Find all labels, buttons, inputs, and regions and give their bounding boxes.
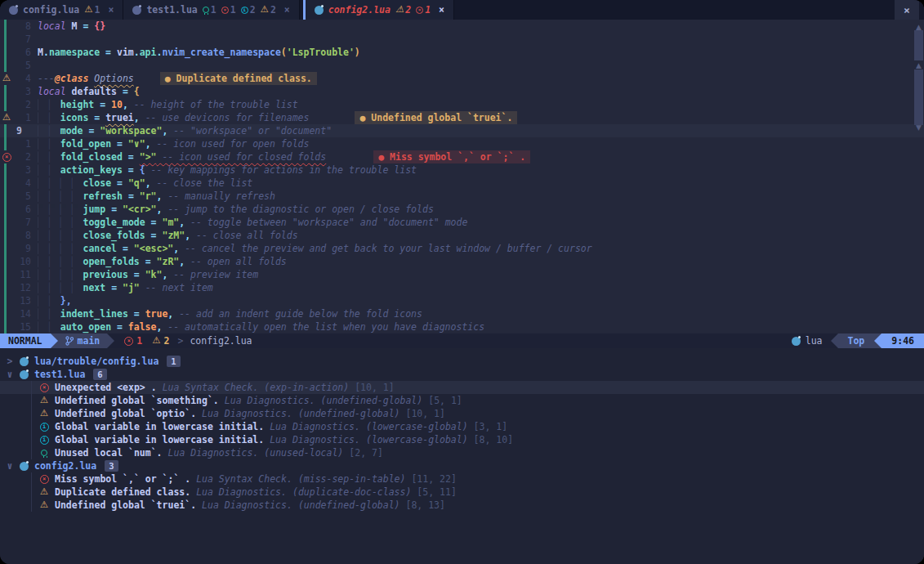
code-text: ▏ ▏ mode = "workspace", -- "workspace" o… <box>33 124 332 137</box>
code-line[interactable]: 9▏ ▏ ▏ ▏ cancel = "<esc>", -- cancel the… <box>0 242 924 255</box>
trouble-diagnostic-row[interactable]: ⚠Undefined global `optio`.Lua Diagnostic… <box>0 407 924 420</box>
code-editor[interactable]: 8local M = {}76M.namespace = vim.api.nvi… <box>0 20 924 333</box>
trouble-diagnostic-row[interactable]: ×Unexpected <exp> .Lua Syntax Check.(exp… <box>0 381 924 394</box>
code-line[interactable]: ×2▏ ▏ fold_closed = ">" -- icon used for… <box>0 150 924 163</box>
trouble-diagnostic-row[interactable]: iGlobal variable in lowercase initial.Lu… <box>0 420 924 433</box>
trouble-diagnostic-row[interactable]: ⚠Undefined global `truei`.Lua Diagnostic… <box>0 499 924 512</box>
chevron-down-icon[interactable]: ∨ <box>0 459 13 472</box>
line-number: 7 <box>13 33 33 46</box>
git-branch-icon <box>65 336 74 346</box>
diagnostic-count-badge: 3 <box>105 460 118 472</box>
indent-guide: ▏ <box>72 230 78 241</box>
mode-indicator: NORMAL <box>0 333 51 348</box>
code-text: ▏ ▏ ▏ ▏ cancel = "<esc>", -- cancel the … <box>33 242 592 255</box>
code-line[interactable]: 3local defaults = { <box>0 85 924 98</box>
trouble-diagnostic-row[interactable]: ×Miss symbol `,` or `;` .Lua Syntax Chec… <box>0 472 924 486</box>
tab-diagnostic-count: ⚠1 <box>84 4 100 16</box>
indent-guide <box>31 446 32 459</box>
indent-guide: ▏ <box>49 190 55 202</box>
trouble-file-row[interactable]: ∨config2.lua3 <box>0 459 924 472</box>
indent-guide: ▏ <box>38 217 43 228</box>
diagnostic-message: Global variable in lowercase initial. <box>55 420 264 433</box>
code-line[interactable]: 11▏ ▏ ▏ ▏ previous = "k", -- preview ite… <box>0 268 924 281</box>
code-line[interactable]: ⚠1▏ ▏ icons = truei, -- use devicons for… <box>0 111 924 124</box>
error-icon: × <box>221 7 229 14</box>
indent-guide: ▏ <box>38 177 43 189</box>
indent-guide: ▏ <box>38 308 43 320</box>
scrollbar-mark-down-icon: ▼ <box>914 123 923 132</box>
sign-column <box>0 281 13 294</box>
diagnostic-position: [2, 7] <box>349 446 383 459</box>
indent-guide: ▏ <box>72 243 78 254</box>
diagnostic-message: Unused local `num`. <box>55 446 163 459</box>
code-line[interactable]: 9▏ ▏ mode = "workspace", -- "workspace" … <box>0 124 924 137</box>
sign-column <box>0 137 13 150</box>
code-line[interactable]: 4▏ ▏ ▏ ▏ close = "q", -- close the list <box>0 177 924 190</box>
diagnostic-source: Lua Diagnostics. <box>196 486 287 499</box>
error-icon: × <box>416 7 423 14</box>
count: 1 <box>425 4 431 16</box>
line-number: 5 <box>13 59 33 72</box>
warning-icon: ⚠ <box>152 336 160 346</box>
code-line[interactable]: 5 <box>0 59 924 72</box>
code-line[interactable]: 7 <box>0 33 924 46</box>
code-line[interactable]: 10▏ ▏ ▏ ▏ open_folds = "zR", -- open all… <box>0 255 924 268</box>
sign-column <box>0 216 13 229</box>
code-line[interactable]: 1▏ ▏ fold_open = "∨", -- icon used for o… <box>0 137 924 150</box>
indent-guide: ▏ <box>49 138 55 150</box>
indent-guide <box>31 420 32 433</box>
lua-file-icon <box>9 6 18 15</box>
scroll-position: Top <box>838 333 875 348</box>
indent-guide: ▏ <box>72 204 78 215</box>
code-line[interactable]: 6M.namespace = vim.api.nvim_create_names… <box>0 46 924 59</box>
diagnostic-source: Lua Syntax Check. <box>196 472 292 486</box>
diagnostic-count-badge: 6 <box>93 369 106 380</box>
trouble-diagnostic-row[interactable]: iGlobal variable in lowercase initial.Lu… <box>0 433 924 446</box>
code-line[interactable]: 6▏ ▏ ▏ ▏ jump = "<cr>", -- jump to the d… <box>0 203 924 216</box>
trouble-diagnostic-row[interactable]: ⚠Duplicate defined class.Lua Diagnostics… <box>0 486 924 499</box>
code-line[interactable]: 7▏ ▏ ▏ ▏ toggle_mode = "m", -- toggle be… <box>0 216 924 229</box>
indent-guide: ▏ <box>60 204 66 215</box>
code-line[interactable]: ⚠4---@class Options● Duplicate defined c… <box>0 72 924 85</box>
code-line[interactable]: 8▏ ▏ ▏ ▏ close_folds = "zM", -- close al… <box>0 229 924 242</box>
indent-guide <box>31 499 32 512</box>
lua-file-icon <box>20 370 29 379</box>
warning-icon: ⚠ <box>40 487 48 497</box>
sign-column <box>0 307 13 320</box>
code-line[interactable]: 2▏ ▏ height = 10, -- height of the troub… <box>0 98 924 111</box>
scrollbar-thumb[interactable] <box>914 30 923 60</box>
statusline-warning-count: ⚠ 2 <box>152 333 169 348</box>
code-line[interactable]: 5▏ ▏ ▏ ▏ refresh = "r", -- manually refr… <box>0 190 924 203</box>
git-added-sign <box>4 229 7 242</box>
line-number: 5 <box>13 190 33 203</box>
tab-test1.lua[interactable]: test1.lua1×1i2⚠2× <box>123 0 299 20</box>
tab-config2.lua[interactable]: config2.lua⚠2×1× <box>303 0 454 20</box>
diagnostic-source: Lua Diagnostics. <box>202 407 292 420</box>
trouble-file-row[interactable]: >lua/trouble/config.lua1 <box>0 355 924 368</box>
diagnostic-virtual-text: ● Undefined global `truei`. <box>355 111 517 124</box>
close-icon[interactable]: × <box>109 4 114 16</box>
code-line[interactable]: 15▏ ▏ auto_open = false, -- automaticall… <box>0 320 924 333</box>
indent-guide: ▏ <box>49 282 55 293</box>
code-line[interactable]: 12▏ ▏ ▏ ▏ next = "j" -- next item <box>0 281 924 294</box>
tab-diagnostic-count: ×1 <box>221 4 236 16</box>
trouble-file-row[interactable]: ∨test1.lua6 <box>0 368 924 381</box>
trouble-diagnostic-row[interactable]: ⚠Undefined global `something`.Lua Diagno… <box>0 394 924 407</box>
code-line[interactable]: 8local M = {} <box>0 20 924 33</box>
close-icon[interactable]: × <box>284 4 290 16</box>
chevron-down-icon[interactable]: ∨ <box>0 368 13 381</box>
scrollbar-thumb[interactable] <box>914 69 923 125</box>
code-line[interactable]: 13▏ ▏ }, <box>0 294 924 307</box>
trouble-diagnostic-row[interactable]: Unused local `num`.Lua Diagnostics.(unus… <box>0 446 924 459</box>
warning-icon: ⚠ <box>2 74 11 83</box>
close-icon[interactable]: × <box>439 4 444 16</box>
chevron-right-icon[interactable]: > <box>0 355 13 368</box>
indent-guide: ▏ <box>38 125 43 137</box>
line-number: 11 <box>13 268 33 281</box>
tab-config.lua[interactable]: config.lua⚠1× <box>0 0 123 20</box>
code-text: ▏ ▏ }, <box>33 294 72 307</box>
code-line[interactable]: 3▏ ▏ action_keys = { -- key mappings for… <box>0 163 924 177</box>
close-all-button[interactable]: × <box>895 0 919 20</box>
indent-guide: ▏ <box>49 125 55 137</box>
code-line[interactable]: 14▏ ▏ indent_lines = true, -- add an ind… <box>0 307 924 320</box>
